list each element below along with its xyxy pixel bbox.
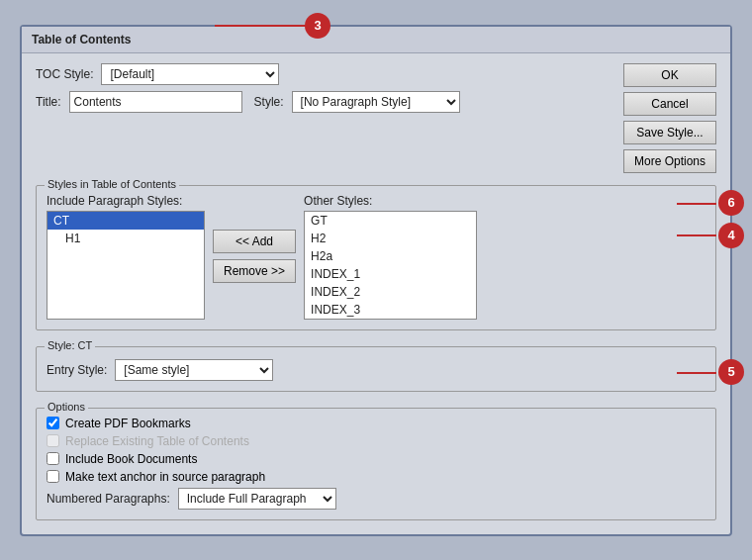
include-paragraph-listbox[interactable]: CT H1	[47, 211, 205, 320]
other-styles-listbox[interactable]: GT H2 H2a INDEX_1 INDEX_2 INDEX_3	[304, 211, 477, 320]
list-item-index3[interactable]: INDEX_3	[305, 301, 476, 319]
title-label: Title:	[36, 95, 61, 109]
styles-group: Styles in Table of Contents Include Para…	[36, 185, 716, 330]
text-anchor-label: Make text anchor in source paragraph	[65, 470, 265, 484]
callout-line-5	[677, 372, 716, 374]
numbered-paragraphs-row: Numbered Paragraphs: Include Full Paragr…	[47, 488, 705, 510]
options-group: Options Create PDF Bookmarks Replace Exi…	[36, 408, 716, 520]
list-item-ct[interactable]: CT	[47, 212, 204, 230]
cancel-button[interactable]: Cancel	[623, 92, 716, 116]
pdf-bookmarks-checkbox[interactable]	[47, 417, 59, 429]
callout-5: 5	[718, 359, 744, 385]
include-book-label: Include Book Documents	[65, 452, 197, 466]
callout-line-3	[215, 25, 314, 27]
replace-toc-label: Replace Existing Table of Contents	[65, 434, 249, 448]
include-paragraph-col: Include Paragraph Styles: CT H1	[47, 194, 205, 320]
styles-group-label: Styles in Table of Contents	[45, 178, 179, 190]
remove-button[interactable]: Remove >>	[213, 259, 296, 283]
numbered-paragraphs-select[interactable]: Include Full Paragraph	[178, 488, 336, 510]
style-ct-group: Style: CT Entry Style: [Same style]	[36, 346, 716, 392]
table-of-contents-dialog: 3 4 5 6 Table of Contents TOC Style: [De…	[20, 25, 732, 536]
toc-style-row: TOC Style: [Default]	[36, 63, 613, 85]
include-paragraph-label: Include Paragraph Styles:	[47, 194, 205, 208]
include-book-checkbox[interactable]	[47, 452, 59, 465]
style-ct-label: Style: CT	[45, 339, 95, 351]
callout-line-6	[677, 203, 716, 205]
title-input[interactable]	[69, 91, 242, 113]
ok-button[interactable]: OK	[623, 63, 716, 87]
right-buttons: OK Cancel Save Style... More Options	[623, 63, 716, 173]
options-label: Options	[45, 401, 88, 413]
numbered-paragraphs-label: Numbered Paragraphs:	[47, 492, 170, 506]
pdf-bookmarks-row: Create PDF Bookmarks	[47, 417, 705, 430]
list-item-index2[interactable]: INDEX_2	[305, 283, 476, 301]
more-options-button[interactable]: More Options	[623, 149, 716, 173]
include-book-row: Include Book Documents	[47, 452, 705, 466]
style-select[interactable]: [No Paragraph Style]	[292, 91, 460, 113]
styles-section: Include Paragraph Styles: CT H1 << Add R…	[47, 194, 705, 320]
entry-style-row: Entry Style: [Same style]	[47, 359, 705, 381]
other-styles-col: Other Styles: GT H2 H2a INDEX_1 INDEX_2 …	[304, 194, 705, 320]
save-style-button[interactable]: Save Style...	[623, 121, 716, 144]
toc-style-select[interactable]: [Default]	[101, 63, 279, 85]
title-row: Title: Style: [No Paragraph Style]	[36, 91, 613, 113]
callout-3: 3	[305, 13, 330, 39]
callout-4: 4	[718, 223, 744, 248]
text-anchor-row: Make text anchor in source paragraph	[47, 470, 705, 484]
list-item-gt[interactable]: GT	[305, 212, 476, 230]
toc-style-label: TOC Style:	[36, 67, 93, 81]
add-button[interactable]: << Add	[213, 230, 296, 253]
dialog-title: Table of Contents	[22, 27, 730, 53]
replace-toc-row: Replace Existing Table of Contents	[47, 434, 705, 448]
list-item-h2a[interactable]: H2a	[305, 247, 476, 265]
style-label: Style:	[254, 95, 284, 109]
list-item-index1[interactable]: INDEX_1	[305, 265, 476, 283]
other-styles-label: Other Styles:	[304, 194, 705, 208]
callout-6: 6	[718, 190, 744, 216]
callout-line-4	[677, 234, 716, 236]
list-item-h1[interactable]: H1	[47, 230, 204, 247]
entry-style-label: Entry Style:	[47, 363, 107, 377]
pdf-bookmarks-label: Create PDF Bookmarks	[65, 417, 191, 430]
list-item-h2[interactable]: H2	[305, 230, 476, 247]
add-remove-buttons: << Add Remove >>	[213, 230, 296, 283]
entry-style-select[interactable]: [Same style]	[115, 359, 273, 381]
text-anchor-checkbox[interactable]	[47, 470, 59, 483]
replace-toc-checkbox[interactable]	[47, 434, 59, 447]
